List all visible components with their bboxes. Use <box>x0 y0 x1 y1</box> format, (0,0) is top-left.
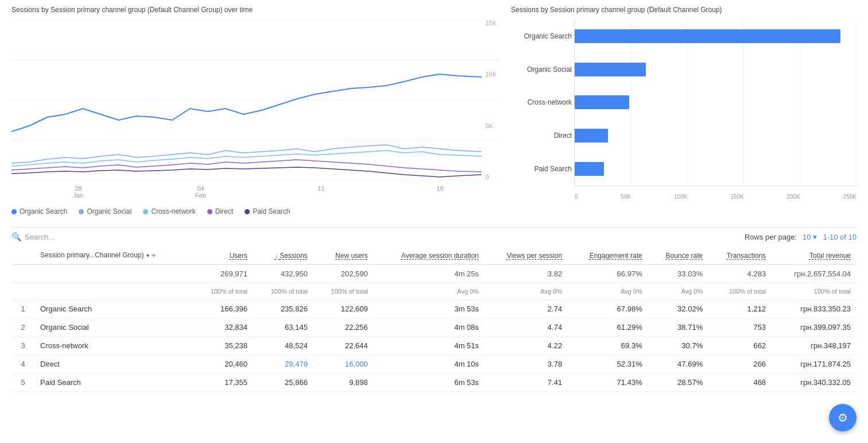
pagination-range: 1-10 of 10 <box>823 233 857 241</box>
y-axis-labels: 15K 10K 5K 0 <box>485 20 497 180</box>
table-row: 3 Cross-network 35,238 48,524 22,644 4m … <box>11 337 857 355</box>
bar-row-paid-search: Paid Search <box>575 152 857 186</box>
bar-x-axis: 0 50K 100K 150K 200K 250K <box>575 194 857 200</box>
bar-row-cross-network: Cross-network <box>575 86 857 120</box>
new-users-link[interactable]: 16,000 <box>345 360 368 368</box>
table-row: 4 Direct 20,460 29,479 16,000 4m 10s 3.7… <box>11 355 857 373</box>
data-table: Session primary...Channel Group) ▾ + Use… <box>11 246 857 392</box>
new-users-column-header[interactable]: New users <box>313 246 374 265</box>
rows-per-page-select[interactable]: 10 ▾ <box>803 233 817 241</box>
search-icon: 🔍 <box>11 232 21 241</box>
row-transactions: 1,212 <box>708 300 772 318</box>
row-revenue: грн.833,350.23 <box>772 300 857 318</box>
total-bounce: 33.03% <box>648 265 709 283</box>
legend-item-organic-social: Organic Social <box>79 207 131 215</box>
views-per-session-column-header[interactable]: Views per session <box>485 246 568 265</box>
total-users: 269,971 <box>193 265 253 283</box>
table-row: 2 Organic Social 32,834 63,145 22,256 4m… <box>11 318 857 337</box>
sessions-link[interactable]: 29,479 <box>285 360 308 368</box>
chevron-down-icon: ▾ <box>813 233 817 241</box>
search-row: 🔍 Search... Rows per page: 10 ▾ 1-10 of … <box>11 227 857 246</box>
row-bounce: 32.02% <box>648 300 709 318</box>
total-views: 3.82 <box>485 265 568 283</box>
table-row: 1 Organic Search 166,396 235,826 122,609… <box>11 300 857 318</box>
search-input[interactable]: Search... <box>25 233 55 241</box>
rank-column-header <box>11 246 34 265</box>
add-dimension-button[interactable]: + <box>152 251 156 260</box>
bar-row-direct: Direct <box>575 119 857 152</box>
line-chart-svg <box>11 20 499 180</box>
users-column-header[interactable]: Users <box>193 246 253 265</box>
row-users: 166,396 <box>193 300 253 318</box>
total-sessions: 432,950 <box>253 265 313 283</box>
dimension-dropdown-icon[interactable]: ▾ <box>146 252 149 259</box>
bar-chart-title: Sessions by Session primary channel grou… <box>511 6 857 14</box>
avg-duration-column-header[interactable]: Average session duration <box>374 246 485 265</box>
row-new-users: 122,609 <box>313 300 374 318</box>
legend-item-cross-network: Cross-network <box>143 207 195 215</box>
chart-legend: Organic Search Organic Social Cross-netw… <box>11 202 499 221</box>
row-channel[interactable]: Organic Search <box>34 300 193 318</box>
total-transactions: 4,283 <box>708 265 772 283</box>
engagement-rate-column-header[interactable]: Engagement rate <box>568 246 648 265</box>
total-new-users: 202,590 <box>313 265 374 283</box>
total-revenue: грн.2,657,554.04 <box>772 265 857 283</box>
rows-per-page-label: Rows per page: <box>745 233 797 241</box>
row-rank: 1 <box>11 300 34 318</box>
totals-row: 269,971 432,950 202,590 4m 25s 3.82 66.9… <box>11 265 857 283</box>
totals-pct-row: 100% of total 100% of total 100% of tota… <box>11 283 857 300</box>
row-views: 2.74 <box>485 300 568 318</box>
line-chart-title: Sessions by Session primary channel grou… <box>11 6 499 14</box>
legend-item-direct: Direct <box>207 207 233 215</box>
transactions-column-header[interactable]: Transactions <box>708 246 772 265</box>
dimension-column-header[interactable]: Session primary...Channel Group) ▾ + <box>34 246 193 265</box>
sessions-column-header[interactable]: ↓ Sessions <box>253 246 313 265</box>
pagination-info: Rows per page: 10 ▾ 1-10 of 10 <box>745 233 857 241</box>
total-revenue-column-header[interactable]: Total revenue <box>772 246 857 265</box>
row-sessions: 235,826 <box>253 300 313 318</box>
legend-item-paid-search: Paid Search <box>245 207 290 215</box>
bar-row-organic-social: Organic Social <box>575 53 857 86</box>
row-engagement: 67.98% <box>568 300 648 318</box>
legend-item-organic-search: Organic Search <box>11 207 67 215</box>
row-avg-duration: 3m 53s <box>374 300 485 318</box>
total-engagement: 66.97% <box>568 265 648 283</box>
bar-row-organic-search: Organic Search <box>575 20 857 53</box>
sort-arrow: ↓ <box>275 252 280 259</box>
total-avg-duration: 4m 25s <box>374 265 485 283</box>
x-axis-labels: 28Jan 04Feb 11 18 <box>17 182 499 202</box>
table-row: 5 Paid Search 17,355 25,866 9,898 6m 53s… <box>11 373 857 392</box>
bounce-rate-column-header[interactable]: Bounce rate <box>648 246 709 265</box>
bar-chart: Organic Search Organic Social Cross-netw… <box>511 20 857 203</box>
